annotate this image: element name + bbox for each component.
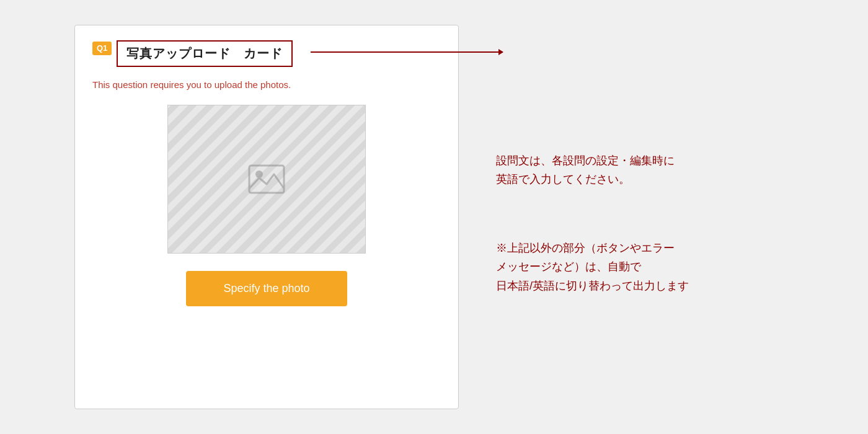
note-1: 設問文は、各設問の設定・編集時に 英語で入力してください。 — [496, 151, 794, 189]
notes-area: 設問文は、各設問の設定・編集時に 英語で入力してください。 ※上記以外の部分（ボ… — [496, 139, 794, 296]
page-wrapper: Q1 写真アップロード カード This question requires y… — [0, 0, 868, 434]
card-header: Q1 写真アップロード カード — [92, 40, 441, 67]
svg-point-1 — [255, 170, 263, 178]
question-description: This question requires you to upload the… — [92, 79, 441, 90]
question-badge: Q1 — [92, 42, 112, 55]
svg-rect-0 — [249, 166, 284, 193]
upload-card: Q1 写真アップロード カード This question requires y… — [74, 25, 459, 409]
photo-placeholder-area — [167, 105, 366, 254]
image-placeholder-icon — [248, 161, 285, 198]
card-title: 写真アップロード カード — [117, 40, 293, 67]
arrow-indicator — [311, 51, 503, 53]
specify-photo-button[interactable]: Specify the photo — [186, 271, 347, 306]
note-2: ※上記以外の部分（ボタンやエラー メッセージなど）は、自動で 日本語/英語に切り… — [496, 239, 794, 296]
